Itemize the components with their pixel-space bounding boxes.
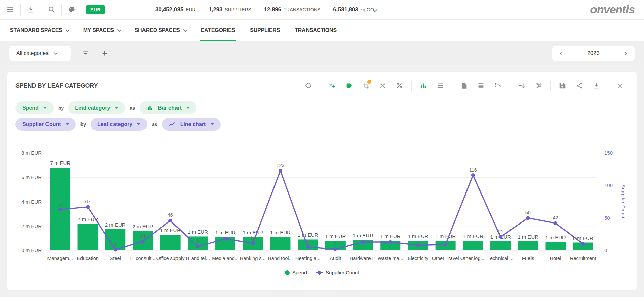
palette-button[interactable]	[62, 0, 82, 20]
kpi-stat: 6,581,803kg CO₂e	[333, 6, 378, 13]
filter-bar: All categories ‹ 2023 ›	[0, 41, 644, 65]
year-next-button[interactable]: ›	[623, 50, 629, 57]
search-button[interactable]	[41, 0, 61, 20]
add-widget-button[interactable]	[95, 43, 115, 63]
tab-label: MY SPACES	[83, 27, 114, 33]
dimension-select[interactable]: Leaf category	[91, 118, 147, 131]
dimension-select[interactable]: Leaf category	[68, 101, 125, 114]
legend-diamond-marker	[316, 270, 323, 275]
category-label: Fuels	[522, 256, 534, 261]
bar-Fuels	[518, 241, 538, 250]
close-button[interactable]	[612, 78, 629, 93]
year-prev-button[interactable]: ‹	[558, 50, 564, 57]
tab-categories[interactable]: CATEGORIES	[201, 20, 235, 41]
share-button[interactable]	[571, 78, 588, 93]
bar-Office supply	[160, 235, 181, 250]
line-point	[361, 240, 365, 244]
crop-button[interactable]	[357, 78, 374, 93]
caret-down-icon	[43, 107, 47, 109]
bar-chart-icon	[420, 82, 427, 89]
kpi-stat: 1,293SUPPLIERS	[208, 6, 251, 13]
measure-select[interactable]: Spend	[15, 101, 54, 114]
menu-button[interactable]	[0, 0, 20, 20]
category-label: Waste ma...	[378, 256, 404, 261]
file-button[interactable]	[456, 78, 473, 93]
line-value-label: 50	[525, 210, 531, 215]
bar-Hand tool...	[270, 237, 290, 250]
left-axis-tick: 0 m EUR	[21, 247, 42, 253]
bar-value-label: 1 m EUR	[380, 233, 401, 239]
arrows-join-button[interactable]	[324, 78, 341, 93]
tab-suppliers[interactable]: SUPPLIERS	[250, 20, 280, 41]
line-point	[196, 245, 200, 248]
tag-button[interactable]	[341, 78, 357, 93]
kpi-value: 12,896	[264, 6, 281, 13]
chart-type-select[interactable]: Bar chart	[140, 101, 196, 114]
legend-label: Supplier Count	[326, 270, 359, 275]
category-label: Audit	[330, 256, 341, 261]
kpi-unit: SUPPLIERS	[225, 7, 251, 12]
line-value-label: 14	[140, 233, 146, 239]
tab-standard-spaces[interactable]: STANDARD SPACES	[10, 20, 68, 41]
bar-value-label: 1 m EUR	[243, 230, 263, 235]
bar-value-label: 1 m EUR	[545, 235, 566, 240]
save-button[interactable]	[554, 78, 571, 93]
chevron-down-icon	[54, 51, 58, 55]
bar-value-label: 1 m EUR	[215, 230, 236, 235]
bar-value-label: 1 m EUR	[408, 233, 428, 239]
line-point	[526, 216, 530, 220]
chevron-down-icon	[183, 28, 187, 32]
tools-button[interactable]	[530, 78, 547, 93]
line-point	[333, 247, 337, 251]
plus-icon	[101, 50, 108, 57]
tab-transactions[interactable]: TRANSACTIONS	[295, 20, 337, 41]
download-button[interactable]	[21, 0, 41, 20]
percent-icon	[396, 82, 403, 89]
download-icon	[592, 82, 600, 89]
currency-badge[interactable]: EUR	[86, 5, 105, 14]
bar-chart-button[interactable]	[415, 78, 432, 93]
pivot-button[interactable]	[489, 78, 506, 93]
no-stack-button[interactable]	[374, 78, 391, 93]
kpi-unit: EUR	[186, 7, 196, 12]
rows-button[interactable]	[473, 78, 489, 93]
chart-type-select[interactable]: Line chart	[162, 118, 221, 131]
percent-button[interactable]	[391, 78, 408, 93]
category-label: Banking s...	[240, 256, 266, 261]
bar-value-label: 1 m EUR	[435, 233, 456, 239]
year-value: 2023	[587, 50, 600, 56]
rows-icon	[477, 82, 485, 89]
dimension-select-label: Leaf category	[97, 121, 132, 127]
filter-button[interactable]	[75, 43, 95, 63]
category-label: Hand tool...	[268, 256, 293, 261]
panel-toolbar	[300, 78, 629, 93]
bar-Education	[78, 224, 98, 250]
chart-type-select-label: Line chart	[180, 121, 206, 127]
download-button[interactable]	[588, 78, 605, 93]
measure-select[interactable]: Supplier Count	[15, 118, 76, 131]
category-label: Technical ...	[488, 256, 514, 261]
no-stack-icon	[379, 82, 386, 89]
bar-value-label: 7 m EUR	[50, 160, 70, 166]
right-axis-tick: 0	[604, 247, 607, 253]
right-axis-tick: 150	[604, 150, 613, 156]
legend-item-supplier-count[interactable]: Supplier Count	[316, 270, 359, 275]
category-select[interactable]: All categories	[9, 46, 71, 61]
legend-item-spend[interactable]: Spend	[285, 270, 307, 275]
tab-shared-spaces[interactable]: SHARED SPACES	[135, 20, 186, 41]
divider	[320, 81, 320, 91]
sort-desc-button[interactable]	[513, 78, 530, 93]
line-value-label: 63	[58, 202, 63, 207]
spend-by-leaf-category-panel: SPEND BY LEAF CATEGORY SpendbyLeaf categ…	[7, 71, 637, 291]
tab-my-spaces[interactable]: MY SPACES	[83, 20, 120, 41]
bar-value-label: 1 m EUR	[325, 233, 346, 239]
list-button[interactable]	[432, 78, 449, 93]
left-axis-tick: 6 m EUR	[21, 174, 42, 180]
line-value-label: 2	[334, 241, 337, 246]
line-point	[389, 240, 392, 244]
refresh-button[interactable]	[300, 78, 317, 93]
right-axis-label: Supplier Count	[621, 185, 626, 219]
line-value-label: 6	[196, 238, 199, 244]
file-icon	[460, 82, 468, 89]
config-row-supplier-count: Supplier CountbyLeaf categoryasLine char…	[15, 118, 629, 131]
